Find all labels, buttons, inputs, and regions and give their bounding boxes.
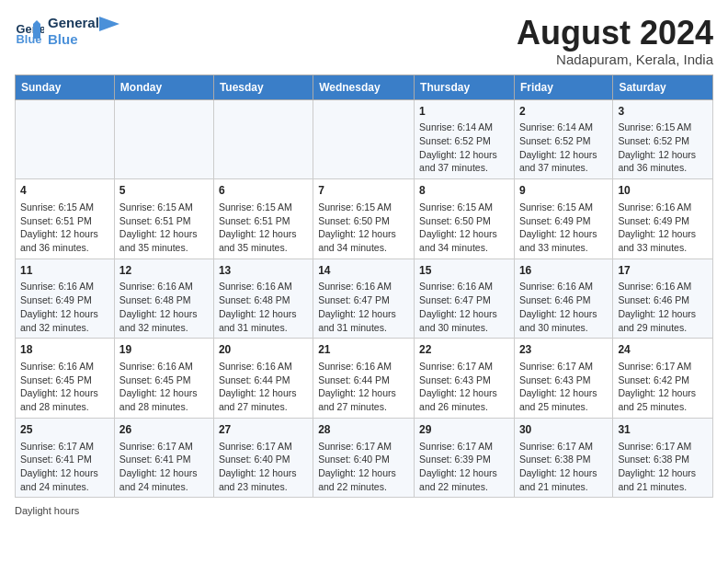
- calendar-cell: 30Sunrise: 6:17 AM Sunset: 6:38 PM Dayli…: [514, 418, 612, 498]
- calendar-cell: 11Sunrise: 6:16 AM Sunset: 6:49 PM Dayli…: [16, 259, 115, 339]
- day-number: 11: [20, 263, 109, 279]
- day-number: 9: [519, 183, 608, 199]
- calendar-body: 1Sunrise: 6:14 AM Sunset: 6:52 PM Daylig…: [16, 99, 713, 498]
- day-number: 16: [519, 263, 608, 279]
- calendar-cell: [114, 99, 213, 179]
- day-number: 6: [219, 183, 308, 199]
- day-number: 25: [20, 422, 109, 438]
- calendar-table: SundayMondayTuesdayWednesdayThursdayFrid…: [15, 75, 713, 499]
- calendar-header: SundayMondayTuesdayWednesdayThursdayFrid…: [16, 75, 713, 99]
- day-number: 12: [119, 263, 209, 279]
- day-info: Sunrise: 6:17 AM Sunset: 6:40 PM Dayligh…: [318, 440, 409, 494]
- calendar-cell: [313, 99, 415, 179]
- day-number: 28: [318, 422, 409, 438]
- day-info: Sunrise: 6:17 AM Sunset: 6:43 PM Dayligh…: [419, 360, 509, 414]
- day-info: Sunrise: 6:16 AM Sunset: 6:49 PM Dayligh…: [20, 280, 109, 334]
- day-info: Sunrise: 6:14 AM Sunset: 6:52 PM Dayligh…: [419, 121, 509, 175]
- day-info: Sunrise: 6:15 AM Sunset: 6:51 PM Dayligh…: [20, 201, 109, 255]
- day-number: 14: [318, 263, 409, 279]
- logo-text-blue: Blue: [48, 31, 99, 48]
- calendar-cell: 12Sunrise: 6:16 AM Sunset: 6:48 PM Dayli…: [114, 259, 213, 339]
- day-number: 15: [419, 263, 509, 279]
- day-number: 23: [519, 342, 608, 358]
- day-info: Sunrise: 6:16 AM Sunset: 6:44 PM Dayligh…: [219, 360, 308, 414]
- day-info: Sunrise: 6:17 AM Sunset: 6:38 PM Dayligh…: [618, 440, 708, 494]
- day-info: Sunrise: 6:15 AM Sunset: 6:49 PM Dayligh…: [519, 201, 608, 255]
- logo-icon: General Blue: [15, 17, 44, 46]
- day-number: 13: [219, 263, 308, 279]
- day-info: Sunrise: 6:15 AM Sunset: 6:52 PM Dayligh…: [618, 121, 708, 175]
- svg-marker-3: [99, 17, 119, 31]
- logo: General Blue General Blue: [15, 15, 119, 48]
- day-number: 27: [219, 422, 308, 438]
- calendar-cell: 16Sunrise: 6:16 AM Sunset: 6:46 PM Dayli…: [514, 259, 612, 339]
- day-info: Sunrise: 6:15 AM Sunset: 6:50 PM Dayligh…: [318, 201, 409, 255]
- calendar-week-5: 25Sunrise: 6:17 AM Sunset: 6:41 PM Dayli…: [16, 418, 713, 498]
- day-number: 1: [419, 104, 509, 120]
- calendar-cell: 10Sunrise: 6:16 AM Sunset: 6:49 PM Dayli…: [613, 179, 713, 259]
- day-number: 4: [20, 183, 109, 199]
- header-sunday: Sunday: [16, 75, 115, 99]
- day-info: Sunrise: 6:17 AM Sunset: 6:38 PM Dayligh…: [519, 440, 608, 494]
- header-saturday: Saturday: [613, 75, 713, 99]
- day-number: 2: [519, 104, 608, 120]
- day-number: 3: [618, 104, 708, 120]
- day-info: Sunrise: 6:15 AM Sunset: 6:51 PM Dayligh…: [219, 201, 308, 255]
- day-number: 5: [119, 183, 209, 199]
- page-subtitle: Nadapuram, Kerala, India: [517, 52, 713, 67]
- day-number: 24: [618, 342, 708, 358]
- day-info: Sunrise: 6:16 AM Sunset: 6:46 PM Dayligh…: [519, 280, 608, 334]
- header-monday: Monday: [114, 75, 213, 99]
- header-thursday: Thursday: [415, 75, 515, 99]
- day-info: Sunrise: 6:16 AM Sunset: 6:49 PM Dayligh…: [618, 201, 708, 255]
- day-info: Sunrise: 6:16 AM Sunset: 6:47 PM Dayligh…: [419, 280, 509, 334]
- logo-flag-icon: [99, 17, 119, 42]
- day-number: 18: [20, 342, 109, 358]
- day-info: Sunrise: 6:16 AM Sunset: 6:44 PM Dayligh…: [318, 360, 409, 414]
- calendar-cell: 27Sunrise: 6:17 AM Sunset: 6:40 PM Dayli…: [213, 418, 313, 498]
- day-number: 29: [419, 422, 509, 438]
- day-info: Sunrise: 6:17 AM Sunset: 6:40 PM Dayligh…: [219, 440, 308, 494]
- calendar-cell: 17Sunrise: 6:16 AM Sunset: 6:46 PM Dayli…: [613, 259, 713, 339]
- calendar-week-2: 4Sunrise: 6:15 AM Sunset: 6:51 PM Daylig…: [16, 179, 713, 259]
- logo-text-general: General: [48, 15, 99, 31]
- calendar-cell: 18Sunrise: 6:16 AM Sunset: 6:45 PM Dayli…: [16, 339, 115, 419]
- day-number: 7: [318, 183, 409, 199]
- header-friday: Friday: [514, 75, 612, 99]
- calendar-cell: 21Sunrise: 6:16 AM Sunset: 6:44 PM Dayli…: [313, 339, 415, 419]
- day-number: 20: [219, 342, 308, 358]
- calendar-cell: 14Sunrise: 6:16 AM Sunset: 6:47 PM Dayli…: [313, 259, 415, 339]
- header-wednesday: Wednesday: [313, 75, 415, 99]
- day-number: 17: [618, 263, 708, 279]
- calendar-cell: 31Sunrise: 6:17 AM Sunset: 6:38 PM Dayli…: [613, 418, 713, 498]
- day-info: Sunrise: 6:17 AM Sunset: 6:41 PM Dayligh…: [119, 440, 209, 494]
- day-number: 10: [618, 183, 708, 199]
- calendar-week-1: 1Sunrise: 6:14 AM Sunset: 6:52 PM Daylig…: [16, 99, 713, 179]
- calendar-week-4: 18Sunrise: 6:16 AM Sunset: 6:45 PM Dayli…: [16, 339, 713, 419]
- day-info: Sunrise: 6:16 AM Sunset: 6:48 PM Dayligh…: [119, 280, 209, 334]
- day-number: 21: [318, 342, 409, 358]
- calendar-cell: 20Sunrise: 6:16 AM Sunset: 6:44 PM Dayli…: [213, 339, 313, 419]
- calendar-cell: 8Sunrise: 6:15 AM Sunset: 6:50 PM Daylig…: [415, 179, 515, 259]
- calendar-cell: 23Sunrise: 6:17 AM Sunset: 6:43 PM Dayli…: [514, 339, 612, 419]
- day-number: 22: [419, 342, 509, 358]
- header-row: SundayMondayTuesdayWednesdayThursdayFrid…: [16, 75, 713, 99]
- calendar-week-3: 11Sunrise: 6:16 AM Sunset: 6:49 PM Dayli…: [16, 259, 713, 339]
- day-info: Sunrise: 6:17 AM Sunset: 6:42 PM Dayligh…: [618, 360, 708, 414]
- calendar-cell: 26Sunrise: 6:17 AM Sunset: 6:41 PM Dayli…: [114, 418, 213, 498]
- calendar-cell: 19Sunrise: 6:16 AM Sunset: 6:45 PM Dayli…: [114, 339, 213, 419]
- day-number: 8: [419, 183, 509, 199]
- calendar-cell: 24Sunrise: 6:17 AM Sunset: 6:42 PM Dayli…: [613, 339, 713, 419]
- day-info: Sunrise: 6:16 AM Sunset: 6:48 PM Dayligh…: [219, 280, 308, 334]
- calendar-cell: 7Sunrise: 6:15 AM Sunset: 6:50 PM Daylig…: [313, 179, 415, 259]
- day-number: 26: [119, 422, 209, 438]
- calendar-cell: 9Sunrise: 6:15 AM Sunset: 6:49 PM Daylig…: [514, 179, 612, 259]
- day-info: Sunrise: 6:17 AM Sunset: 6:41 PM Dayligh…: [20, 440, 109, 494]
- page-title: August 2024: [517, 15, 713, 52]
- day-info: Sunrise: 6:15 AM Sunset: 6:51 PM Dayligh…: [119, 201, 209, 255]
- day-info: Sunrise: 6:16 AM Sunset: 6:46 PM Dayligh…: [618, 280, 708, 334]
- calendar-cell: 25Sunrise: 6:17 AM Sunset: 6:41 PM Dayli…: [16, 418, 115, 498]
- day-number: 30: [519, 422, 608, 438]
- day-info: Sunrise: 6:16 AM Sunset: 6:45 PM Dayligh…: [20, 360, 109, 414]
- day-info: Sunrise: 6:16 AM Sunset: 6:45 PM Dayligh…: [119, 360, 209, 414]
